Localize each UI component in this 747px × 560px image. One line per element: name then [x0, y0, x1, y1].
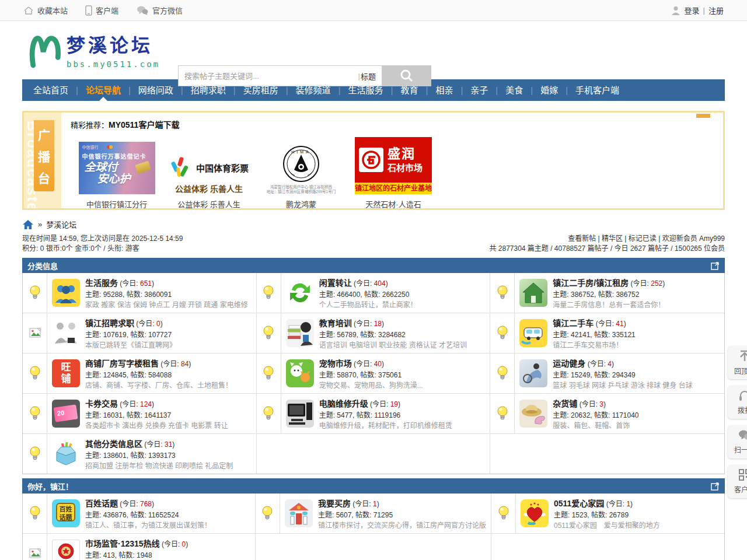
charity-heart-icon[interactable] — [521, 499, 549, 527]
forum-link[interactable]: 运动健身 — [553, 359, 585, 368]
ad-shengrun-stone[interactable]: 盛润 石材市场 镇江地区的石材产业基地 天然石材·人造石 — [347, 135, 439, 209]
education-icon[interactable] — [286, 319, 314, 347]
float-button-top[interactable]: 回顶部 — [728, 346, 747, 379]
forum-link[interactable]: 镇江招聘求职 — [85, 318, 134, 328]
forum-text: 生活服务 (今日: 651)主题: 95288, 帖数: 3860091家政 搬… — [85, 276, 248, 309]
pets-icon[interactable] — [286, 359, 314, 387]
forum-link[interactable]: 杂货铺 — [553, 399, 577, 408]
float-button-qr[interactable]: 客户端 — [728, 465, 747, 498]
misc-info-box-icon[interactable] — [52, 440, 80, 468]
nav-item-13[interactable]: 手机客户端 — [568, 79, 627, 101]
nav-item-9[interactable]: 相亲 — [428, 79, 460, 101]
used-car-icon[interactable] — [519, 319, 547, 347]
forum-link[interactable]: 镇江二手车 — [553, 318, 594, 328]
forum-description: 海量二手房信息！总有一套适合你！ — [553, 299, 665, 309]
nav-item-5[interactable]: 买房租房 — [236, 79, 286, 101]
forum-link[interactable]: 闲置转让 — [319, 278, 352, 288]
breadcrumb-current-link[interactable]: 梦溪论坛 — [46, 219, 76, 230]
forum-link[interactable]: 市场监管·12315热线 — [85, 539, 160, 548]
shop-rental-icon[interactable]: 旺铺 — [52, 359, 80, 387]
forum-link[interactable]: 生活服务 — [85, 278, 118, 288]
new-member-link[interactable]: Amy999 — [699, 235, 725, 243]
forum-link[interactable]: 百姓话题 — [85, 499, 118, 508]
ad-caption[interactable]: 中信银行镇江分行 — [86, 198, 147, 209]
nav-item-11[interactable]: 美食 — [498, 79, 530, 101]
ad-caption[interactable]: 鹏龙鸿蒙 — [286, 198, 316, 209]
empty-cell — [491, 534, 724, 560]
empty-cell — [257, 434, 491, 474]
floating-toolbar: 回顶部拨打扫一扫客户端 — [728, 346, 747, 498]
status-link[interactable]: 标记已读 — [629, 235, 657, 243]
new-posts-bulb-icon — [491, 494, 516, 533]
promo-line[interactable]: 精彩推荐：MY0511客户端下载 — [71, 118, 714, 130]
forum-title-line: 百姓话题 (今日: 768) — [85, 497, 211, 509]
nav-item-4[interactable]: 招聘求职 — [183, 79, 233, 101]
forum-cell: 生活服务 (今日: 651)主题: 95288, 帖数: 3860091家政 搬… — [23, 273, 257, 313]
forum-link[interactable]: 宠物市场 — [319, 359, 352, 368]
ad-sports-lottery[interactable]: 中国体育彩票 公益体彩 乐善人生 公益体彩 乐善人生 — [163, 135, 255, 209]
forum-description: 宠物交易、宠物用品、狗狗洗澡... — [319, 380, 423, 390]
forum-link[interactable]: 我要买房 — [318, 499, 351, 508]
market-regulation-emblem-icon[interactable] — [52, 540, 80, 560]
nav-item-12[interactable]: 婚嫁 — [533, 79, 566, 101]
house-icon[interactable] — [519, 279, 547, 307]
forum-link[interactable]: 其他分类信息区 — [85, 439, 142, 449]
ad-caption[interactable]: 公益体彩 乐善人生 — [177, 198, 240, 209]
citizen-topics-icon[interactable]: 百姓话题 — [52, 499, 80, 527]
register-link[interactable]: 注册 — [708, 5, 724, 16]
forum-today-count: (今日: 0) — [134, 320, 163, 328]
secondhand-swap-icon[interactable] — [286, 279, 314, 307]
favorite-site-link[interactable]: 收藏本站 — [23, 5, 68, 16]
gift-cards-icon[interactable]: 20 — [52, 400, 80, 428]
nav-item-6[interactable]: 装修频道 — [288, 79, 338, 101]
ad-citic-bank[interactable]: 中信银行 中信银行万事达借记卡 全球付 安心护 中信银行镇江分行 — [71, 135, 163, 209]
collapse-section-icon[interactable] — [711, 261, 720, 270]
breadcrumb-arrow: » — [38, 220, 42, 229]
citic-ad-line: 中信银行万事达借记卡 — [82, 152, 152, 160]
forum-link[interactable]: 0511爱心家园 — [554, 499, 604, 508]
forum-link[interactable]: 教育培训 — [319, 318, 352, 328]
forum-link[interactable]: 镇江二手房/镇江租房 — [553, 278, 629, 288]
site-logo[interactable]: 梦溪论坛 bbs.my0511.com — [29, 30, 160, 69]
client-app-link[interactable]: 客户端 — [85, 5, 118, 16]
forum-link[interactable]: 商铺厂房写字楼租售 — [85, 359, 159, 368]
login-link[interactable]: 登录 — [685, 5, 700, 16]
separator: | — [657, 235, 662, 243]
sports-fitness-icon[interactable] — [519, 359, 547, 387]
computer-repair-icon[interactable] — [286, 400, 314, 428]
current-time-text: 现在时间是 14:59, 您上次访问是在 2025-12-5 14:59 — [22, 234, 183, 244]
home-icon[interactable] — [22, 219, 34, 230]
float-button-call[interactable]: 拨打 — [728, 386, 747, 419]
float-button-label: 回顶部 — [734, 366, 747, 376]
forum-today-count: (今日: 768) — [118, 500, 154, 508]
float-button-scan[interactable]: 扫一扫 — [728, 425, 747, 459]
nav-item-8[interactable]: 教育 — [393, 79, 425, 101]
status-link[interactable]: 查看新帖 — [568, 235, 596, 243]
buy-house-icon[interactable] — [285, 499, 313, 527]
new-posts-bulb-icon — [257, 313, 281, 353]
nav-item-10[interactable]: 亲子 — [463, 79, 495, 101]
no-new-posts-icon — [23, 313, 47, 353]
official-wechat-link[interactable]: 官方微信 — [136, 5, 183, 16]
life-service-icon[interactable] — [52, 279, 80, 307]
nav-item-7[interactable]: 生活服务 — [341, 79, 391, 101]
forum-link[interactable]: 卡券交易 — [85, 399, 118, 408]
ad-caption[interactable]: 天然石材·人造石 — [365, 198, 421, 209]
nav-item-3[interactable]: 网络问政 — [131, 79, 181, 101]
forum-today-count: (今日: 41) — [594, 320, 626, 328]
nav-item-2[interactable]: 论坛导航 — [78, 79, 128, 101]
forum-today-count: (今日: 18) — [352, 320, 384, 328]
phone-call-icon — [738, 390, 747, 404]
broadcast-tab[interactable]: 广播台 — [34, 120, 54, 191]
nav-item-1[interactable]: 全站首页 — [26, 79, 76, 101]
forum-cell: 其他分类信息区 (今日: 31)主题: 138601, 帖数: 1393173招… — [23, 434, 257, 474]
new-posts-bulb-icon — [257, 273, 281, 313]
bazaar-icon[interactable] — [519, 400, 547, 428]
minimize-panel-button[interactable] — [696, 114, 710, 118]
collapse-section-icon[interactable] — [711, 482, 720, 491]
status-link[interactable]: 精华区 — [602, 235, 623, 243]
ad-hima-dealer[interactable]: HIMA 鸿蒙智行授权用户中心·镇江谷阳桥西 地址：镇江市润州区黄埔桥路299号… — [255, 135, 347, 209]
jobs-handshake-icon[interactable] — [52, 319, 80, 347]
forum-today-count: (今日: 1) — [604, 500, 633, 508]
forum-link[interactable]: 电脑维修升级 — [319, 399, 368, 408]
